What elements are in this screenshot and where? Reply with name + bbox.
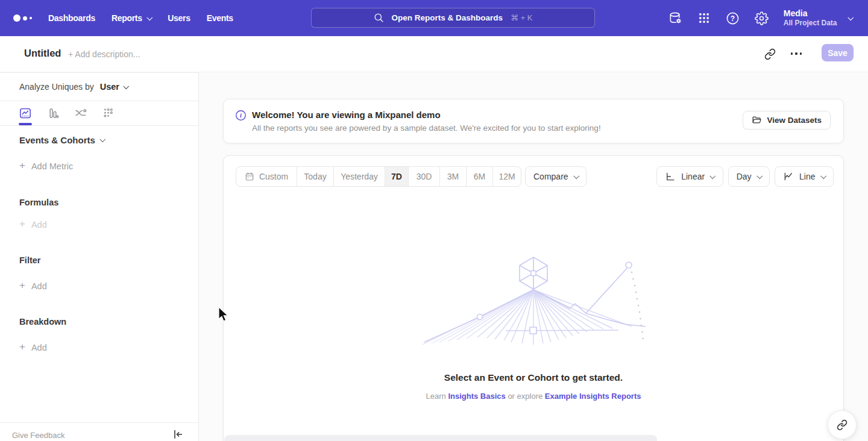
project-switcher[interactable]: Media All Project Data: [784, 8, 837, 28]
collapse-left-icon: [172, 428, 184, 440]
link-icon: [837, 419, 848, 430]
add-formula-button[interactable]: + Add: [19, 219, 47, 230]
data-management-icon[interactable]: [668, 11, 682, 25]
insights-basics-link[interactable]: Insights Basics: [448, 392, 505, 401]
ellipsis-icon: [791, 52, 802, 54]
chevron-down-icon: [146, 14, 152, 20]
copy-link-button[interactable]: [762, 46, 778, 61]
range-7d-label: 7D: [391, 172, 402, 181]
help-icon[interactable]: ?: [726, 11, 740, 25]
range-yesterday-label: Yesterday: [341, 172, 378, 181]
view-datasets-button[interactable]: View Datasets: [743, 111, 831, 130]
breakdown-section: Breakdown: [19, 317, 66, 327]
search-placeholder: Open Reports & Dashboards: [391, 13, 503, 22]
flow-tab-icon: [74, 107, 87, 120]
search-shortcut: ⌘ + K: [511, 13, 533, 22]
tab-flow[interactable]: [74, 107, 87, 120]
range-12m[interactable]: 12M: [492, 167, 521, 186]
settings-gear-icon[interactable]: [755, 11, 769, 25]
selected-tab-underline: [19, 123, 32, 125]
share-link-button[interactable]: [828, 410, 857, 439]
info-icon: i: [235, 110, 247, 121]
range-6m-label: 6M: [474, 172, 485, 181]
nav-reports-label: Reports: [112, 13, 142, 23]
add-breakdown-label: Add: [31, 343, 47, 352]
apps-grid-icon[interactable]: [697, 11, 711, 25]
report-title[interactable]: Untitled: [24, 48, 61, 59]
range-yesterday[interactable]: Yesterday: [333, 167, 385, 186]
chart-type-button[interactable]: Line: [775, 166, 834, 187]
report-card: Custom Today Yesterday 7D 30D 3M 6M 12M …: [223, 155, 844, 441]
query-sidebar: Analyze Uniques by User Events & Cohorts…: [0, 72, 199, 441]
learn-text: Learn: [426, 392, 446, 401]
analyze-value-dropdown[interactable]: User: [100, 82, 119, 92]
visualization-tabs: [19, 101, 115, 125]
mixpanel-logo-icon[interactable]: [13, 0, 32, 36]
tab-scatter[interactable]: [102, 107, 115, 120]
scale-chevron-icon: [710, 173, 715, 178]
range-today[interactable]: Today: [297, 167, 333, 186]
add-breakdown-button[interactable]: + Add: [19, 342, 47, 353]
project-name: Media: [784, 8, 837, 19]
tab-bar-chart[interactable]: [46, 107, 60, 120]
events-cohorts-label: Events & Cohorts: [19, 135, 95, 145]
range-custom[interactable]: Custom: [236, 167, 297, 186]
calendar-icon: [245, 172, 254, 181]
range-6m[interactable]: 6M: [466, 167, 492, 186]
svg-text:i: i: [240, 112, 242, 119]
events-cohorts-chevron-icon: [100, 136, 105, 142]
range-7d[interactable]: 7D: [385, 167, 408, 186]
add-formula-label: Add: [31, 220, 47, 230]
banner-subtitle: All the reports you see are powered by a…: [252, 124, 601, 133]
interval-label: Day: [737, 172, 752, 181]
nav-dashboards-label: Dashboards: [48, 13, 95, 23]
range-30d[interactable]: 30D: [408, 167, 439, 186]
more-options-button[interactable]: [788, 46, 804, 61]
nav-events-label: Events: [207, 13, 233, 23]
add-metric-button[interactable]: + Add Metric: [19, 161, 73, 172]
range-today-label: Today: [304, 172, 326, 181]
add-metric-label: Add Metric: [31, 161, 73, 171]
nav-users[interactable]: Users: [168, 13, 190, 23]
compare-button[interactable]: Compare: [525, 166, 587, 187]
save-button[interactable]: Save: [822, 44, 854, 61]
chart-type-chevron-icon: [820, 173, 826, 178]
collapse-sidebar-button[interactable]: [172, 428, 184, 440]
scatter-tab-icon: [102, 107, 115, 120]
nav-dashboards[interactable]: Dashboards: [48, 13, 95, 23]
bottom-panel-edge[interactable]: [224, 435, 657, 441]
explore-text: or explore: [508, 392, 542, 401]
empty-state-subtitle: Learn Insights Basics or explore Example…: [224, 392, 843, 401]
range-3m[interactable]: 3M: [439, 167, 466, 186]
analyze-uniques-row[interactable]: Analyze Uniques by User: [19, 73, 128, 101]
formulas-section: Formulas: [19, 198, 58, 207]
example-reports-link[interactable]: Example Insights Reports: [545, 392, 641, 401]
global-search-input[interactable]: Open Reports & Dashboards ⌘ + K: [311, 8, 595, 28]
give-feedback-link[interactable]: Give Feedback: [12, 431, 64, 440]
linear-scale-icon: [665, 171, 676, 182]
formulas-label: Formulas: [19, 198, 58, 207]
nav-events[interactable]: Events: [207, 13, 233, 23]
mouse-cursor: [218, 306, 229, 322]
events-cohorts-section[interactable]: Events & Cohorts: [19, 135, 104, 145]
analyze-chevron-icon: [124, 83, 129, 89]
nav-reports[interactable]: Reports: [112, 13, 151, 23]
tab-insights-line[interactable]: [19, 107, 32, 120]
scale-button[interactable]: Linear: [656, 166, 723, 187]
bar-chart-tab-icon: [46, 107, 60, 120]
plus-icon: +: [19, 280, 25, 292]
range-12m-label: 12M: [498, 172, 515, 181]
breakdown-label: Breakdown: [19, 317, 66, 327]
nav-right: ? Media All Project Data: [668, 0, 852, 36]
add-filter-button[interactable]: + Add: [19, 281, 47, 292]
plus-icon: +: [19, 218, 25, 230]
analyze-label: Analyze Uniques by: [19, 82, 94, 92]
interval-button[interactable]: Day: [728, 166, 770, 187]
report-description-placeholder[interactable]: + Add description...: [68, 49, 140, 59]
add-filter-label: Add: [31, 281, 47, 291]
compare-label: Compare: [533, 172, 568, 181]
project-chevron-icon: [848, 14, 853, 20]
chart-controls: Linear Day Line: [656, 166, 834, 187]
banner-title: Welcome! You are viewing a Mixpanel demo: [252, 110, 441, 120]
project-scope: All Project Data: [784, 19, 837, 28]
